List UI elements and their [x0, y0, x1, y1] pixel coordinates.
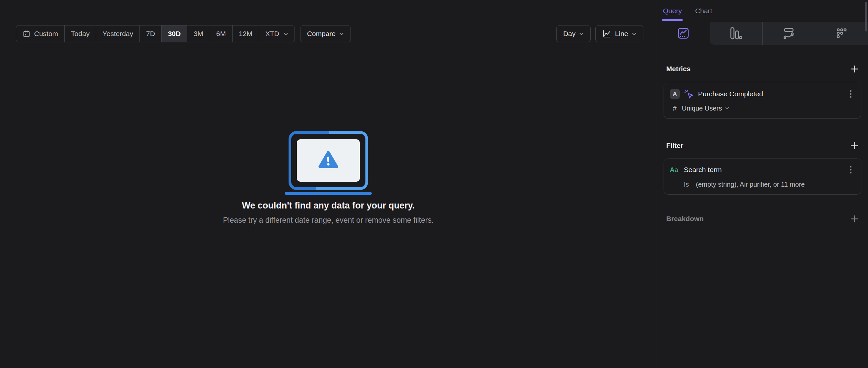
filter-card[interactable]: Aa Search term Is (empty string), Air pu… [663, 159, 861, 195]
date-range-today-button[interactable]: Today [65, 26, 96, 42]
event-click-icon [684, 89, 694, 99]
panel-tabbar: Query Chart [657, 0, 868, 22]
chevron-down-icon [725, 107, 729, 109]
date-range-30d-button[interactable]: 30D [162, 26, 187, 42]
empty-state: We couldn't find any data for your query… [0, 131, 657, 225]
chart-type-dropdown[interactable]: Line [595, 25, 643, 42]
tab-funnels[interactable] [710, 22, 762, 45]
calendar-icon [23, 30, 30, 38]
tab-chart[interactable]: Chart [695, 0, 712, 22]
filter-options-button[interactable] [846, 165, 856, 175]
filter-operator[interactable]: Is [684, 181, 689, 188]
tab-insights[interactable] [657, 22, 710, 45]
empty-state-title: We couldn't find any data for your query… [242, 201, 414, 211]
date-range-3m-button[interactable]: 3M [187, 26, 210, 42]
metric-letter-badge: A [670, 89, 680, 99]
date-range-xtd-button[interactable]: XTD [259, 26, 294, 42]
funnels-bars-icon [730, 27, 742, 40]
main-chart-area: Custom Today Yesterday 7D 30D 3M 6M 12M … [0, 0, 657, 368]
kebab-menu-icon [850, 90, 852, 98]
date-range-segmented-control: Custom Today Yesterday 7D 30D 3M 6M 12M … [16, 25, 295, 42]
retention-dots-icon [836, 28, 847, 39]
date-range-custom-button[interactable]: Custom [16, 26, 65, 42]
date-range-label: Custom [34, 30, 58, 38]
metrics-heading: Metrics [666, 65, 691, 73]
empty-state-subtitle: Please try a different date range, event… [223, 216, 434, 225]
plus-icon [850, 141, 859, 150]
chevron-down-icon [579, 32, 584, 35]
aggregation-dropdown[interactable]: Unique Users [682, 105, 729, 112]
query-sections: Metrics A Purchase Completed [657, 45, 868, 224]
date-range-12m-button[interactable]: 12M [232, 26, 259, 42]
filter-heading: Filter [666, 142, 683, 149]
add-metric-button[interactable] [849, 64, 859, 74]
warning-triangle-icon [318, 150, 339, 169]
metrics-section-header: Metrics [663, 64, 861, 74]
panel-scrollbar-thumb[interactable] [865, 2, 867, 31]
line-chart-icon [602, 29, 611, 38]
no-data-illustration [288, 131, 368, 190]
query-builder-panel: Query Chart [657, 0, 868, 368]
tab-query[interactable]: Query [663, 0, 682, 22]
chevron-down-icon [284, 32, 288, 35]
filter-property-name[interactable]: Search term [684, 166, 721, 174]
metric-event-name[interactable]: Purchase Completed [698, 90, 763, 98]
chart-toolbar: Custom Today Yesterday 7D 30D 3M 6M 12M … [16, 25, 643, 42]
date-range-yesterday-button[interactable]: Yesterday [96, 26, 140, 42]
filter-value[interactable]: (empty string), Air purifier, or 11 more [696, 181, 805, 188]
plus-icon [850, 214, 859, 223]
date-range-7d-button[interactable]: 7D [140, 26, 162, 42]
aggregation-symbol: # [670, 105, 682, 112]
flows-icon [783, 28, 795, 39]
chevron-down-icon [632, 32, 637, 35]
add-breakdown-button[interactable] [849, 214, 859, 224]
tab-retention[interactable] [815, 22, 868, 45]
property-type-badge: Aa [670, 166, 680, 173]
metric-card[interactable]: A Purchase Completed # [663, 83, 861, 119]
tab-flows[interactable] [762, 22, 815, 45]
granularity-dropdown[interactable]: Day [556, 25, 591, 42]
laptop-base [285, 192, 372, 195]
filter-section-header: Filter [663, 141, 861, 150]
report-type-tabs [657, 22, 868, 45]
breakdown-section-header: Breakdown [663, 214, 861, 224]
insights-chart-icon [678, 28, 689, 39]
plus-icon [850, 65, 859, 73]
chart-display-controls: Day Line [556, 25, 643, 42]
date-range-6m-button[interactable]: 6M [210, 26, 232, 42]
chevron-down-icon [339, 32, 344, 35]
compare-button[interactable]: Compare [300, 25, 351, 42]
filter-condition-row: Is (empty string), Air purifier, or 11 m… [684, 180, 856, 188]
metric-options-button[interactable] [846, 89, 856, 99]
metric-aggregation-row: # Unique Users [670, 104, 856, 112]
kebab-menu-icon [850, 166, 852, 174]
breakdown-heading: Breakdown [666, 215, 704, 223]
add-filter-button[interactable] [849, 141, 859, 150]
